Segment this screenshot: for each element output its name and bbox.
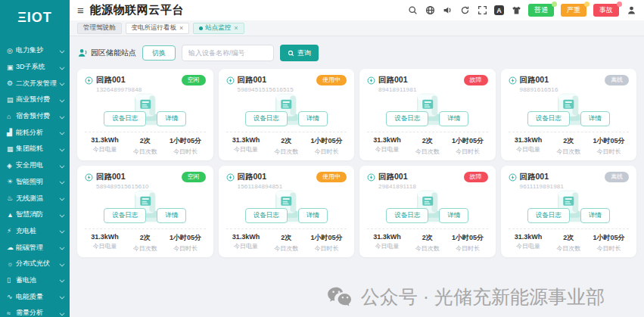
detail-button[interactable]: 详情 (439, 208, 468, 223)
sidebar-item-solar[interactable]: ☼ 分布式光伏 (0, 256, 70, 272)
alarm-pill-normal[interactable]: 普通 (528, 4, 554, 17)
gear-icon: ⚙ (7, 79, 16, 87)
stat-label: 今日电量 (367, 242, 407, 250)
stat-label: 今日次数 (266, 244, 306, 253)
stat-value: 1小时05分 (589, 136, 629, 146)
sidebar-item-gear[interactable]: ⚙ 二次开发管理 (0, 75, 70, 92)
detail-button[interactable]: 详情 (157, 111, 186, 126)
sidebar-item-meter[interactable]: ◎ 电力集抄 (0, 42, 70, 59)
search-icon[interactable] (407, 5, 418, 16)
sidebar-item-thermometer[interactable]: ♨ 无线测温 (0, 190, 70, 207)
sidebar-item-fire[interactable]: ▲ 智慧消防 (0, 207, 70, 223)
device-log-button[interactable]: 设备日志 (245, 208, 288, 223)
chevron-down-icon (60, 147, 65, 152)
stat: 2次今日次数 (266, 233, 306, 253)
chevron-down-icon (60, 196, 65, 201)
stat-value: 2次 (125, 136, 165, 146)
tab-close-icon[interactable]: × (179, 25, 183, 32)
sidebar-item-cube[interactable]: ▣ 3D子系统 (0, 59, 70, 76)
detail-button[interactable]: 详情 (157, 208, 186, 223)
stat-label: 今日时长 (306, 148, 347, 156)
stat-value: 31.3kWh (226, 233, 266, 241)
stat: 1小时05分今日时长 (306, 233, 347, 253)
sidebar-item-label: 无线测温 (16, 194, 58, 204)
tab-bar: 管理驾驶舱 × 变电所运行看板 × 站点监控 × (70, 20, 644, 36)
stat: 31.3kWh今日电量 (226, 233, 266, 253)
sidebar-item-charger[interactable]: ⚡ 充电桩 (0, 223, 70, 240)
device-log-button[interactable]: 设备日志 (527, 208, 570, 223)
sidebar-item-label: 智能照明 (16, 177, 58, 187)
sidebar-item-label: 商业预付费 (16, 95, 58, 104)
sidebar-item-label: 电能质量 (16, 292, 58, 302)
sidebar-item-shield[interactable]: ◈ 安全用电 (0, 157, 70, 174)
fullscreen-icon[interactable] (477, 5, 487, 16)
hamburger-menu-icon[interactable]: ≡ (77, 5, 84, 16)
filter-toolbar: 园区储能站点 切换 查询 (77, 42, 636, 64)
home-icon: ⌂ (7, 113, 16, 120)
alarm-count-badge (552, 2, 557, 7)
search-button[interactable]: 查询 (280, 45, 319, 61)
avatar-icon[interactable] (626, 5, 636, 16)
device-log-button[interactable]: 设备日志 (386, 208, 428, 223)
refresh-icon[interactable] (459, 5, 470, 16)
stat: 1小时05分今日时长 (589, 136, 629, 156)
sidebar-item-demand[interactable]: ≈ 需量分析 (0, 305, 70, 317)
circuit-icon (367, 76, 375, 85)
device-log-button[interactable]: 设备日志 (386, 111, 428, 126)
stat: 2次今日次数 (549, 136, 589, 156)
device-log-button[interactable]: 设备日志 (527, 111, 570, 126)
card-stats: 31.3kWh今日电量2次今日次数1小时05分今日时长 (367, 132, 488, 156)
device-log-button[interactable]: 设备日志 (104, 208, 146, 223)
detail-button[interactable]: 详情 (439, 111, 468, 126)
device-log-button[interactable]: 设备日志 (245, 111, 288, 126)
volume-icon[interactable] (442, 5, 453, 16)
stat-value: 2次 (125, 233, 165, 243)
stat-value: 1小时05分 (447, 136, 487, 146)
stat-label: 今日次数 (266, 148, 306, 156)
sidebar-item-wave[interactable]: ∿ 电能质量 (0, 288, 70, 305)
alarm-pill-serious[interactable]: 严重 (561, 4, 586, 17)
stat-label: 今日时长 (306, 244, 347, 253)
stat: 31.3kWh今日电量 (85, 136, 125, 156)
watermark-text: 公众号 · 光储充新能源事业部 (361, 284, 605, 309)
circuit-icon (226, 173, 235, 182)
device-card: 回路001 空闲 1326489979848 设备日志 详情 31.3kWh今日… (77, 69, 213, 160)
status-badge: 使用中 (316, 75, 347, 85)
tab[interactable]: 管理驾驶舱 × (77, 23, 122, 34)
translate-icon[interactable]: A (494, 5, 504, 15)
sidebar-item-carbon[interactable]: ☁ 能碳管理 (0, 239, 70, 256)
stat-value: 2次 (266, 233, 306, 243)
device-search-input[interactable] (182, 45, 274, 61)
alarm-count-badge (617, 2, 622, 7)
detail-button[interactable]: 详情 (580, 111, 610, 126)
sidebar-item-label: 能耗分析 (16, 128, 58, 138)
tab-close-icon[interactable]: × (234, 25, 238, 32)
cube-icon: ▣ (7, 64, 16, 71)
stat-value: 31.3kWh (509, 233, 549, 241)
sidebar-item-bulb[interactable]: ☀ 智能照明 (0, 174, 70, 191)
stat-label: 今日电量 (226, 242, 266, 250)
stat-value: 31.3kWh (367, 136, 407, 144)
device-log-button[interactable]: 设备日志 (104, 111, 146, 126)
detail-button[interactable]: 详情 (580, 208, 610, 223)
wave-icon: ∿ (7, 293, 16, 300)
shop-icon: ▤ (7, 96, 16, 104)
globe-icon[interactable] (425, 5, 435, 16)
alarm-pill-accident[interactable]: 事故 (593, 4, 619, 17)
tab-active-dot (199, 26, 203, 30)
tab[interactable]: 站点监控 × (193, 23, 244, 34)
detail-button[interactable]: 详情 (298, 111, 328, 126)
sidebar-item-shop[interactable]: ▤ 商业预付费 (0, 92, 70, 108)
tab[interactable]: 变电所运行看板 × (126, 23, 190, 34)
stat: 2次今日次数 (549, 233, 589, 253)
sidebar-item-home[interactable]: ⌂ 宿舍预付费 (0, 108, 70, 125)
charger-icon: ⚡ (7, 227, 16, 235)
theme-icon[interactable] (511, 5, 521, 16)
detail-button[interactable]: 详情 (298, 208, 328, 223)
sidebar-item-chart[interactable]: ▟ 能耗分析 (0, 124, 70, 141)
sidebar-item-building[interactable]: ▦ 集团能耗 (0, 141, 70, 157)
chevron-down-icon (60, 81, 65, 86)
stat: 2次今日次数 (125, 233, 165, 253)
sidebar-item-battery[interactable]: ▯ 蓄电池 (0, 272, 70, 289)
switch-station-button[interactable]: 切换 (142, 45, 176, 61)
